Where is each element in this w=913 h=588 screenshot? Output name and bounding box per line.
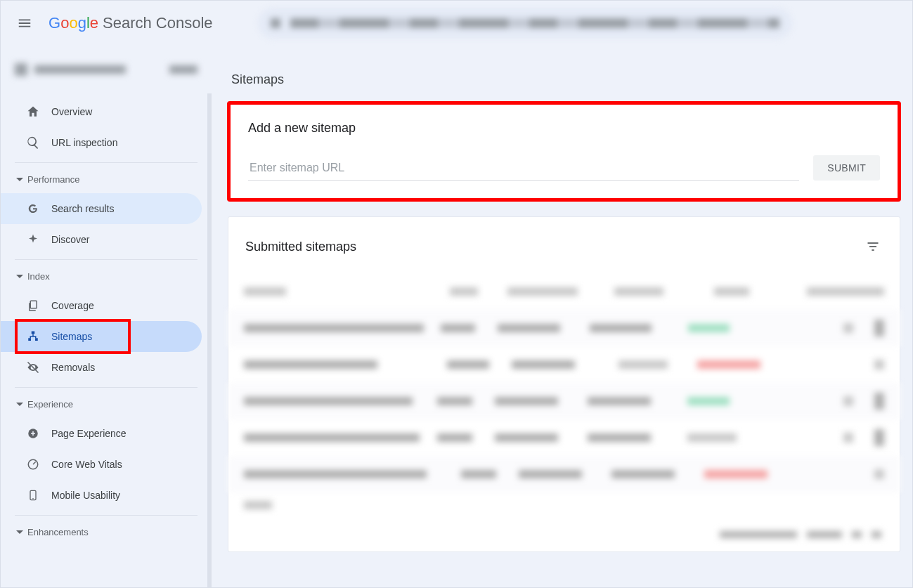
table-row[interactable] <box>228 383 900 419</box>
svg-rect-1 <box>32 332 35 334</box>
sidebar-section-enhancements[interactable]: Enhancements <box>1 517 212 546</box>
sidebar-item-coverage[interactable]: Coverage <box>1 290 202 321</box>
sidebar-item-discover[interactable]: Discover <box>1 224 202 255</box>
sidebar-item-removals[interactable]: Removals <box>1 352 202 383</box>
sidebar-section-index[interactable]: Index <box>1 261 212 290</box>
submitted-sitemaps-title: Submitted sitemaps <box>245 240 356 254</box>
add-sitemap-card: Add a new sitemap SUBMIT <box>228 103 900 200</box>
product-name: Search Console <box>103 14 213 32</box>
product-logo: Google Search Console <box>48 14 213 32</box>
svg-rect-0 <box>30 301 37 308</box>
submit-button[interactable]: SUBMIT <box>813 155 880 181</box>
top-bar: Google Search Console <box>1 1 912 46</box>
sidebar-item-search-results[interactable]: Search results <box>1 193 202 224</box>
sidebar-item-label: Search results <box>51 203 114 214</box>
table-row[interactable] <box>228 492 900 518</box>
property-selector[interactable] <box>6 51 206 88</box>
submitted-sitemaps-card: Submitted sitemaps <box>228 217 900 551</box>
sidebar-item-label: Removals <box>51 362 95 373</box>
google-logo: Google <box>48 14 98 32</box>
sidebar-item-url-inspection[interactable]: URL inspection <box>1 127 202 158</box>
filter-icon[interactable] <box>860 234 886 259</box>
circle-plus-icon <box>26 426 40 440</box>
caret-down-icon <box>16 176 23 183</box>
sidebar-item-label: Page Experience <box>51 428 127 439</box>
sitemap-icon <box>26 329 40 344</box>
sidebar: Overview URL inspection Performance Sear… <box>1 46 212 587</box>
mobile-icon <box>26 488 40 502</box>
table-row[interactable] <box>228 456 900 492</box>
caret-down-icon <box>16 529 23 536</box>
gauge-icon <box>26 457 40 471</box>
sidebar-section-performance[interactable]: Performance <box>1 164 212 193</box>
caret-down-icon <box>16 273 23 280</box>
home-icon <box>26 105 40 119</box>
sidebar-item-mobile-usability[interactable]: Mobile Usability <box>1 480 202 511</box>
url-search-bar[interactable] <box>258 8 792 39</box>
sidebar-section-experience[interactable]: Experience <box>1 389 212 418</box>
sidebar-item-page-experience[interactable]: Page Experience <box>1 418 202 449</box>
pages-icon <box>26 299 40 313</box>
page-title: Sitemaps <box>231 72 912 87</box>
main-content: Sitemaps Add a new sitemap SUBMIT Submit… <box>212 46 912 587</box>
search-icon <box>26 136 40 150</box>
sidebar-item-label: Discover <box>51 234 89 245</box>
eye-off-icon <box>26 360 40 374</box>
spark-icon <box>26 233 40 247</box>
sitemap-url-input[interactable] <box>248 157 799 181</box>
table-header-row <box>228 273 900 310</box>
sidebar-item-sitemaps[interactable]: Sitemaps <box>1 321 202 352</box>
add-sitemap-title: Add a new sitemap <box>248 121 880 136</box>
sidebar-item-core-web-vitals[interactable]: Core Web Vitals <box>1 449 202 480</box>
sidebar-item-label: Coverage <box>51 300 94 311</box>
sidebar-item-label: Core Web Vitals <box>51 459 122 470</box>
sidebar-scrollbar[interactable] <box>207 93 212 587</box>
sidebar-item-label: Mobile Usability <box>51 490 120 501</box>
sidebar-item-label: Sitemaps <box>51 331 92 342</box>
google-g-icon <box>26 202 40 216</box>
caret-down-icon <box>16 401 23 408</box>
sidebar-item-label: Overview <box>51 106 92 117</box>
svg-rect-3 <box>35 338 38 341</box>
table-row[interactable] <box>228 346 900 383</box>
menu-icon[interactable] <box>11 9 39 37</box>
sidebar-item-label: URL inspection <box>51 137 117 148</box>
table-pagination[interactable] <box>228 518 900 551</box>
table-row[interactable] <box>228 419 900 456</box>
sidebar-item-overview[interactable]: Overview <box>1 96 202 127</box>
table-row[interactable] <box>228 310 900 346</box>
svg-rect-2 <box>28 338 31 341</box>
